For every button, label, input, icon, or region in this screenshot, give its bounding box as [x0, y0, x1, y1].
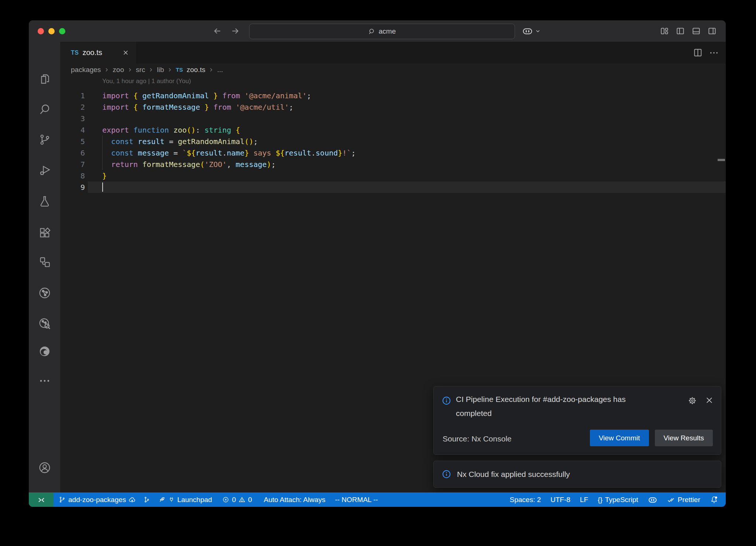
breadcrumb-separator-icon [168, 68, 172, 72]
gitlens-icon[interactable] [38, 317, 51, 330]
code-line[interactable]: 3 [60, 113, 726, 124]
code-line[interactable]: 2import { formatMessage } from '@acme/ut… [60, 101, 726, 113]
toggle-panel-icon[interactable] [691, 26, 701, 36]
language-mode-status[interactable]: {} TypeScript [598, 496, 638, 504]
indentation-status[interactable]: Spaces: 2 [510, 496, 541, 504]
encoding-status[interactable]: UTF-8 [550, 496, 570, 504]
info-icon [442, 470, 451, 479]
copilot-status[interactable] [648, 495, 657, 505]
indent-guide [102, 136, 103, 147]
current-line-highlight [88, 181, 726, 193]
split-editor-icon[interactable] [693, 48, 703, 58]
auto-attach-status[interactable]: Auto Attach: Always [264, 496, 326, 504]
breadcrumb-separator-icon [209, 68, 213, 72]
breadcrumb-item[interactable]: lib [157, 66, 164, 74]
notification-settings-gear-icon[interactable] [688, 396, 697, 405]
traffic-lights [38, 28, 65, 34]
code-lines: 1import { getRandomAnimal } from '@acme/… [60, 90, 726, 193]
breadcrumb-separator-icon [128, 68, 132, 72]
code-line[interactable]: 9 [60, 181, 726, 193]
zoom-window-button[interactable] [59, 28, 65, 34]
cloud-upload-icon [128, 496, 136, 504]
edge-devtools-icon[interactable] [38, 345, 51, 358]
breadcrumb-item[interactable]: zoo [113, 66, 124, 74]
run-and-debug-icon[interactable] [38, 164, 51, 177]
code-text: return formatMessage('ZOO', message); [102, 160, 276, 169]
line-number: 8 [60, 171, 85, 180]
copilot-menu[interactable] [522, 25, 540, 37]
code-line[interactable]: 1import { getRandomAnimal } from '@acme/… [60, 90, 726, 101]
source-control-icon[interactable] [38, 133, 51, 146]
line-number: 7 [60, 160, 85, 169]
commit-graph-icon [143, 496, 150, 503]
breadcrumb-item[interactable]: packages [71, 66, 101, 74]
tab-label: zoo.ts [82, 48, 102, 57]
extensions-icon[interactable] [38, 226, 51, 239]
search-input[interactable]: acme [379, 27, 396, 35]
branch-icon [59, 496, 66, 503]
git-branch-status[interactable]: add-zoo-packages [59, 496, 136, 504]
notification-ci-pipeline: CI Pipeline Execution for #add-zoo-packa… [433, 386, 721, 455]
code-line[interactable]: 5 const result = getRandomAnimal(); [60, 136, 726, 147]
forward-icon[interactable] [230, 26, 240, 36]
indent-guide [102, 147, 103, 158]
typescript-file-icon: TS [71, 50, 79, 56]
testing-icon[interactable] [38, 195, 51, 208]
prettier-status[interactable]: Prettier [667, 496, 700, 504]
tab-zoo-ts[interactable]: TS zoo.ts [60, 42, 137, 64]
view-commit-button[interactable]: View Commit [590, 430, 649, 446]
command-center-search[interactable]: acme [249, 24, 515, 39]
more-actions-icon[interactable] [709, 48, 719, 58]
additional-views-icon[interactable] [38, 375, 51, 387]
copilot-icon [522, 25, 533, 37]
accounts-icon[interactable] [38, 461, 51, 474]
code-line[interactable]: 8} [60, 170, 726, 181]
nx-project-graph-icon[interactable] [38, 287, 51, 299]
rocket-icon [158, 496, 166, 504]
problems-status[interactable]: 0 0 [222, 496, 252, 504]
remote-icon [37, 495, 46, 504]
breadcrumb-separator-icon [149, 68, 153, 72]
search-icon [368, 28, 375, 35]
code-line[interactable]: 4export function zoo(): string { [60, 124, 726, 136]
search-view-icon[interactable] [38, 103, 51, 116]
vscode-window: acme [29, 20, 726, 507]
notification-close-icon[interactable] [705, 396, 714, 405]
chevron-down-icon [535, 28, 540, 34]
breadcrumb: packages zoo src lib TS zoo.ts ... [60, 64, 726, 76]
code-text: import { formatMessage } from '@acme/uti… [102, 103, 293, 112]
remote-indicator[interactable] [29, 492, 54, 507]
code-text: const message = `${result.name} says ${r… [102, 149, 355, 157]
notifications-bell[interactable] [710, 495, 718, 504]
explorer-icon[interactable] [38, 73, 51, 85]
toggle-primary-sidebar-icon[interactable] [676, 26, 685, 36]
info-icon [442, 396, 451, 405]
breadcrumb-overflow[interactable]: ... [217, 66, 223, 74]
breadcrumb-file[interactable]: zoo.ts [187, 66, 206, 74]
close-window-button[interactable] [38, 28, 44, 34]
launchpad-status[interactable]: Launchpad [158, 496, 212, 504]
commit-graph-status[interactable] [143, 496, 150, 503]
tab-bar: TS zoo.ts [60, 42, 726, 64]
code-line[interactable]: 7 return formatMessage('ZOO', message); [60, 158, 726, 170]
tab-close-icon[interactable] [121, 49, 130, 57]
indent-guide [102, 158, 103, 170]
nx-console-icon[interactable] [38, 256, 51, 268]
launchpad-label: Launchpad [177, 496, 212, 504]
code-line[interactable]: 6 const message = `${result.name} says $… [60, 147, 726, 158]
toggle-secondary-sidebar-icon[interactable] [707, 26, 717, 36]
activity-bar [29, 42, 60, 492]
code-text: } [102, 171, 107, 180]
view-results-button[interactable]: View Results [655, 430, 713, 446]
notification-message: CI Pipeline Execution for #add-zoo-packa… [456, 392, 655, 420]
line-number: 9 [60, 183, 85, 192]
customize-layout-icon[interactable] [660, 26, 669, 36]
vim-mode-status[interactable]: -- NORMAL -- [335, 496, 378, 504]
minimize-window-button[interactable] [48, 28, 55, 34]
eol-status[interactable]: LF [580, 496, 588, 504]
back-icon[interactable] [212, 26, 223, 36]
notification-nx-cloud: Nx Cloud fix applied successfully [433, 461, 721, 488]
plug-icon [168, 496, 175, 503]
code-text: export function zoo(): string { [102, 126, 240, 134]
breadcrumb-item[interactable]: src [136, 66, 145, 74]
